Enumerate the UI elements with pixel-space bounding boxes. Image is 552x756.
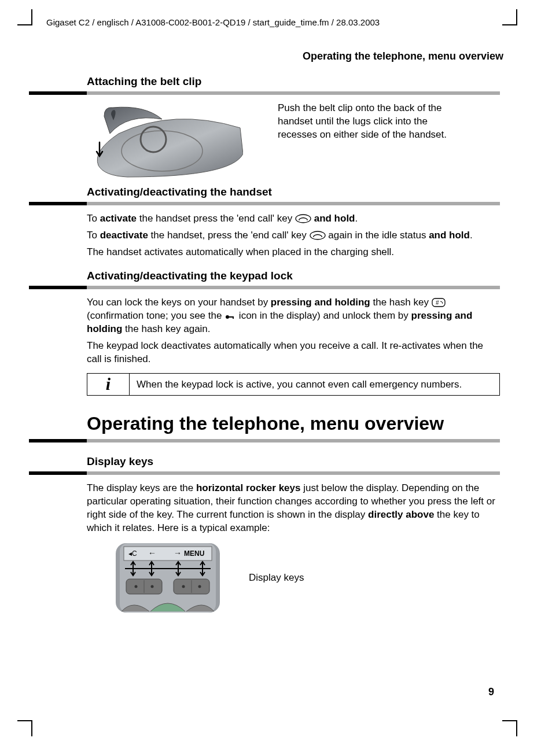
info-icon: i [87,374,130,395]
section-rule [29,202,500,205]
svg-point-6 [226,315,229,319]
svg-point-21 [135,585,138,588]
paragraph: You can lock the keys on your handset by… [87,296,500,336]
chapter-title: Operating the telephone, menu overview [87,413,500,434]
paragraph: The keypad lock deactivates automaticall… [87,340,500,366]
text: The display keys are the [87,482,196,493]
crop-mark [17,24,32,25]
svg-point-24 [198,585,201,588]
display-keys-caption: Display keys [249,572,304,584]
paragraph: The handset activates automatically when… [87,246,500,259]
text-bold: directly above [368,509,434,520]
end-call-key-icon [295,214,311,223]
text-bold: pressing and holding [271,297,370,308]
end-call-key-icon [310,231,326,240]
crop-mark [31,721,32,736]
text-bold: activate [100,213,137,224]
key-lock-icon [225,314,236,320]
text: the handset press the 'end call' key [137,213,295,224]
page-number: 9 [488,686,494,698]
crop-mark [31,9,32,24]
text: (confirmation tone; you see the [87,310,225,321]
svg-point-2 [296,215,311,223]
crop-mark [502,720,517,721]
info-text: When the keypad lock is active, you cann… [130,374,499,395]
crop-mark [17,720,32,721]
crop-mark [516,721,517,736]
text: again in the idle status [326,230,429,241]
text: icon in the display) and unlock them by [236,310,411,321]
svg-rect-8 [233,316,234,319]
svg-text:#: # [436,300,439,306]
heading-beltclip: Attaching the belt clip [87,75,500,88]
text-bold: deactivate [100,230,148,241]
text: the hash key again. [122,323,210,334]
text: You can lock the keys on your handset by [87,297,271,308]
section-rule [29,439,500,442]
hash-key-icon: # [432,298,446,307]
svg-text:→: → [174,548,182,558]
crop-mark [502,24,517,25]
section-rule [29,471,500,475]
text: To [87,230,100,241]
paragraph: To activate the handset press the 'end c… [87,212,500,226]
text-bold: and hold [429,230,470,241]
beltclip-illustration [87,102,243,180]
section-rule [29,286,500,289]
running-head: Operating the telephone, menu overview [52,50,503,62]
beltclip-text: Push the belt clip onto the back of the … [278,102,451,142]
heading-keypad-lock: Activating/deactivating the keypad lock [87,270,500,282]
text: . [355,213,358,224]
text-bold: horizontal rocker keys [196,482,300,493]
svg-text:←: ← [148,548,156,558]
paragraph: To deactivate the handset, press the 'en… [87,229,500,242]
heading-display-keys: Display keys [87,455,500,468]
paragraph: The display keys are the horizontal rock… [87,482,500,535]
heading-activate-handset: Activating/deactivating the handset [87,186,500,198]
display-keys-illustration: ◂C ← → MENU [116,543,220,613]
text: the handset, press the 'end call' key [148,230,310,241]
section-rule [29,91,500,95]
svg-point-22 [151,585,154,588]
text: . [470,230,473,241]
info-box: i When the keypad lock is active, you ca… [87,373,500,396]
crop-mark [516,9,517,24]
svg-text:MENU: MENU [184,550,204,558]
svg-point-3 [310,231,325,239]
svg-text:◂C: ◂C [128,550,137,558]
text: To [87,213,100,224]
text: the hash key [370,297,432,308]
text-bold: and hold [311,213,355,224]
svg-point-23 [182,585,185,588]
doc-path-header: Gigaset C2 / englisch / A31008-C002-B001… [46,17,500,27]
